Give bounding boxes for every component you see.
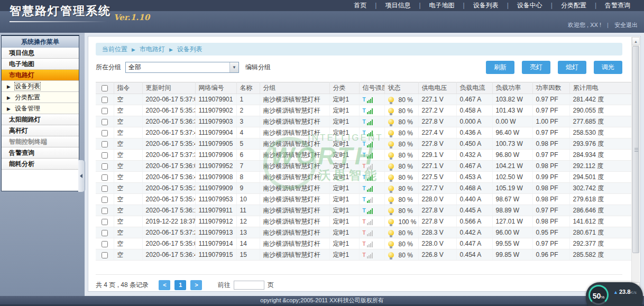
group-select-value: 全部 <box>128 63 141 71</box>
cell-status: 80 % <box>384 94 418 105</box>
cell-status: 100 % <box>384 216 418 227</box>
breadcrumb-part-1[interactable]: 设备列表 <box>177 45 203 53</box>
edit-group-button[interactable]: 编辑分组 <box>245 63 271 71</box>
row-checkbox[interactable] <box>102 186 108 192</box>
cell-energy: 292.112 度 <box>569 161 633 172</box>
toolbar-button-3[interactable]: 调光 <box>594 61 622 74</box>
sidebar-item-label: 分类配置 <box>15 94 40 101</box>
nav-item-3[interactable]: 设备列表 <box>465 2 507 9</box>
cell-signal: T <box>359 216 384 227</box>
sidebar-item-6[interactable]: 太阳能路灯 <box>2 114 79 125</box>
content-panel: 当前位置▶市电路灯▶设备列表 所在分组全部▼编辑分组 刷新亮灯熄灯调光 指令更新… <box>88 36 641 292</box>
row-checkbox[interactable] <box>102 108 108 114</box>
cell-status: 80 % <box>384 105 418 116</box>
sidebar-item-9[interactable]: 告警查询 <box>2 147 79 159</box>
row-checkbox[interactable] <box>102 197 108 203</box>
sidebar-item-10[interactable]: 能耗分析 <box>2 159 79 170</box>
nav-item-1[interactable]: 项目信息 <box>376 2 419 9</box>
cell-pf: 0.99 PF <box>532 172 569 183</box>
sidebar-item-2[interactable]: 市电路灯 <box>2 70 79 81</box>
cell-category: 定时1 <box>329 249 359 261</box>
cell-energy: 302.742 度 <box>569 183 633 194</box>
sidebar-item-1[interactable]: 电子地图 <box>2 59 79 70</box>
row-checkbox[interactable] <box>102 208 108 214</box>
nav-item-4[interactable]: 设备中心 <box>509 2 551 9</box>
logout-link[interactable]: 安全退出 <box>614 22 638 28</box>
sidebar-item-label: 设备管理 <box>15 105 40 112</box>
page-1-button[interactable]: 1 <box>174 280 186 290</box>
breadcrumb-part-0[interactable]: 市电路灯 <box>140 45 165 53</box>
next-page-button[interactable]: > <box>190 280 202 290</box>
cell-power: 96.40 W <box>492 127 532 138</box>
cell-status: 80 % <box>384 138 418 150</box>
signal-icon: T <box>363 162 373 170</box>
toolbar-button-2[interactable]: 熄灯 <box>558 61 586 74</box>
cell-cmd: 空 <box>114 205 142 216</box>
nav-item-6[interactable]: 告警查询 <box>596 2 639 9</box>
cell-cmd: 空 <box>114 116 142 127</box>
nav-item-0[interactable]: 首页 <box>345 2 375 9</box>
cell-category: 定时1 <box>329 105 359 116</box>
sidebar-item-3[interactable]: ▶设备列表 <box>2 81 79 92</box>
cell-name: 15 <box>236 249 260 261</box>
cell-power: 100.73 W <box>492 138 532 150</box>
row-checkbox[interactable] <box>102 230 108 236</box>
signal-icon: T <box>363 184 373 192</box>
pagination-summary: 共 4 页 , 48 条记录 <box>96 281 149 289</box>
row-checkbox[interactable] <box>102 163 108 170</box>
group-select[interactable]: 全部▼ <box>125 62 239 73</box>
row-checkbox[interactable] <box>102 130 108 136</box>
cell-cmd: 空 <box>114 127 142 138</box>
cell-voltage: 227.8 V <box>418 216 456 227</box>
row-checkbox[interactable] <box>102 152 108 159</box>
sidebar-item-5[interactable]: ▶设备管理 <box>2 103 79 114</box>
cell-update-time: 2020-06-17 5:36:03 <box>142 161 195 172</box>
breadcrumb-arrow-icon: ▶ <box>169 47 173 52</box>
nav-item-2[interactable]: 电子地图 <box>421 2 463 9</box>
prev-page-button[interactable]: < <box>159 280 170 290</box>
nav-item-5[interactable]: 分类配置 <box>553 2 595 9</box>
table-row: 空2020-06-17 5:37:4511190799044南沙横沥镇智慧灯杆定… <box>96 127 633 138</box>
cell-power: 104.21 W <box>492 161 532 172</box>
cell-power: 105.19 W <box>492 183 532 194</box>
select-all-checkbox[interactable] <box>102 85 108 91</box>
app-title: 智慧路灯管理系统 <box>10 3 111 19</box>
cell-voltage: 228.0 V <box>418 194 456 205</box>
sidebar-collapse-handle[interactable] <box>78 160 85 192</box>
scroll-up-button[interactable]: ▲ <box>632 37 640 45</box>
top-nav: 首页|项目信息|电子地图|设备列表|设备中心|分类配置|告警查询 <box>345 0 639 11</box>
sidebar-item-0[interactable]: 项目信息 <box>2 48 79 59</box>
cell-update-time: 2020-06-17 5:35:25 <box>142 183 195 194</box>
cell-voltage: 227.1 V <box>418 94 456 105</box>
sidebar-item-4[interactable]: ▶分类配置 <box>2 92 79 103</box>
bulb-icon <box>388 152 394 158</box>
row-checkbox[interactable] <box>102 219 108 225</box>
cell-net-id: 1119079913 <box>195 227 236 238</box>
row-checkbox[interactable] <box>102 97 108 103</box>
row-checkbox[interactable] <box>102 252 108 258</box>
row-checkbox[interactable] <box>102 241 108 247</box>
toolbar-button-1[interactable]: 亮灯 <box>522 61 550 74</box>
cell-group: 南沙横沥镇智慧灯杆 <box>260 216 329 227</box>
row-checkbox[interactable] <box>102 174 108 181</box>
footer: opyright &copy;2005-2011 XX科技公司版权所有 50% … <box>0 296 644 306</box>
column-header-11: 功率因数 <box>532 82 569 94</box>
app-header: 首页|项目信息|电子地图|设备列表|设备中心|分类配置|告警查询 智慧路灯管理系… <box>0 0 644 33</box>
net-speed-widget[interactable]: 50% ▲23.8K/s <box>586 282 643 306</box>
cell-category: 定时1 <box>329 172 359 183</box>
cell-status: 80 % <box>384 161 418 172</box>
submenu-arrow-icon: ▶ <box>7 84 11 89</box>
cell-net-id: 1119079908 <box>195 172 236 183</box>
cell-status: 80 % <box>384 205 418 216</box>
sidebar-item-8[interactable]: 智能控制终端 <box>2 136 79 147</box>
goto-page-input[interactable] <box>234 281 264 290</box>
cell-group: 南沙横沥镇智慧灯杆 <box>260 150 329 161</box>
breadcrumb-arrow-icon: ▶ <box>132 47 135 52</box>
sidebar-item-7[interactable]: 高杆灯 <box>2 125 79 136</box>
toolbar-button-0[interactable]: 刷新 <box>486 61 514 74</box>
row-checkbox[interactable] <box>102 141 108 147</box>
row-checkbox[interactable] <box>102 119 108 125</box>
scrollbar-thumb[interactable] <box>632 46 639 253</box>
breadcrumb: 当前位置▶市电路灯▶设备列表 <box>96 43 622 55</box>
cell-energy: 279.618 度 <box>569 194 633 205</box>
